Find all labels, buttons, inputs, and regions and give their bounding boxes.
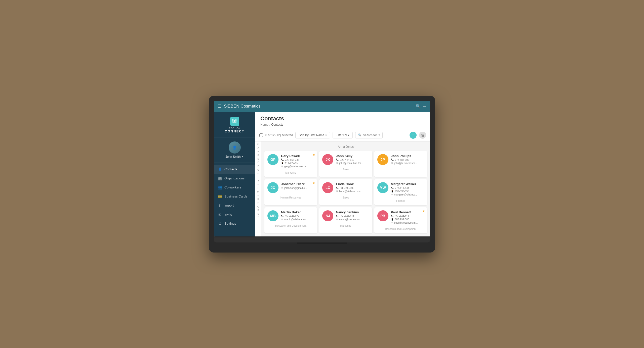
contact-name: Nancy Jenkins: [336, 210, 369, 214]
contact-phone2: 📱 999-333-555: [391, 190, 424, 193]
building-icon: 🏢: [218, 176, 222, 180]
logo-brand: POBUCA: [229, 127, 240, 129]
contact-phone1: 📞 222-555-333: [281, 159, 314, 161]
phone-icon: 📞: [391, 215, 394, 217]
sidebar-item-contacts[interactable]: 👤 Contacts: [214, 165, 255, 174]
alpha-n[interactable]: N: [257, 194, 259, 197]
contact-phone1: 📞 777-111-444: [391, 187, 424, 189]
search-input[interactable]: [363, 133, 380, 137]
contact-name: John Kelly: [336, 154, 369, 158]
svg-rect-2: [235, 119, 236, 122]
sort-button[interactable]: Sort By First Name ▾: [295, 132, 330, 138]
contact-name: Martin Baker: [281, 210, 314, 214]
search-icon: 🔍: [358, 133, 361, 137]
avatar: 👤: [229, 141, 241, 154]
sidebar-item-business-cards[interactable]: 💳 Business Cards: [214, 192, 255, 201]
email-icon: ✉: [391, 193, 393, 196]
delete-button[interactable]: 🗑: [419, 132, 426, 139]
favorite-star[interactable]: ★: [312, 181, 315, 185]
alpha-c[interactable]: C: [257, 153, 259, 157]
alpha-o[interactable]: O: [257, 197, 259, 201]
alpha-all[interactable]: All: [257, 142, 259, 146]
alpha-p[interactable]: P: [257, 201, 259, 205]
phone-icon: 📞: [336, 159, 339, 161]
minimize-icon[interactable]: —: [423, 105, 426, 108]
phone-icon: 📞: [391, 187, 394, 189]
contact-email: ✉ margaret@siebnco...: [391, 193, 424, 196]
alpha-r[interactable]: R: [257, 208, 259, 212]
breadcrumb-home[interactable]: Home: [260, 123, 268, 126]
alpha-f[interactable]: F: [258, 164, 259, 168]
contact-email: ✉ john@businessser...: [391, 162, 424, 165]
contact-name: Gary Powell: [281, 154, 314, 158]
alpha-m[interactable]: M: [257, 190, 259, 194]
alpha-t[interactable]: T: [258, 216, 259, 219]
contact-card-paul-bennett[interactable]: ★ PB Paul Bennett 📞 555-444-111: [374, 207, 427, 233]
contact-name: Margaret Walker: [391, 182, 424, 186]
contact-info: John Kelly 📞 222-444-112 ✉ john@consulta…: [336, 154, 369, 165]
contact-dept: Human Resources: [267, 196, 314, 199]
logo-icon: [230, 117, 239, 126]
search-box[interactable]: 🔍: [355, 132, 383, 138]
alpha-i[interactable]: I: [258, 175, 259, 179]
contact-info: Margaret Walker 📞 777-111-444 📱 999-333-…: [391, 182, 424, 196]
alpha-e[interactable]: E: [257, 161, 259, 164]
contacts-row-2: ★ JC Jonathan Clark... ✉ jclarkson@gmail…: [264, 179, 427, 205]
contact-card-margaret-walker[interactable]: MW Margaret Walker 📞 777-111-444: [374, 179, 427, 205]
favorite-star[interactable]: ★: [422, 209, 425, 213]
contact-card-linda-cook[interactable]: LC Linda Cook 📞 888-999-000 ✉: [319, 179, 372, 205]
contact-card-john-phillips[interactable]: JP John Phillips 📞 777-888-999: [374, 151, 427, 177]
phone-icon: 📞: [391, 159, 394, 161]
contact-dept: Finance: [377, 200, 424, 202]
app-title: SiEBEN Cosmetics: [224, 104, 413, 109]
contact-dept: Marketing: [267, 171, 314, 174]
contact-email: ✉ jclarkson@gmail.c...: [281, 187, 314, 189]
email-icon: ✉: [391, 221, 393, 224]
sidebar-item-invite[interactable]: ✉ Invite: [214, 210, 255, 219]
filter-button[interactable]: Filter By ▾: [333, 132, 353, 138]
alpha-k[interactable]: K: [257, 183, 259, 186]
favorite-star[interactable]: ★: [312, 153, 315, 157]
search-icon[interactable]: 🔍: [416, 104, 421, 109]
alpha-l[interactable]: L: [258, 186, 259, 190]
contact-name: Jonathan Clark...: [281, 182, 314, 186]
email-icon: ✉: [336, 218, 338, 221]
contact-card-jonathan-clark[interactable]: ★ JC Jonathan Clark... ✉ jclarkson@gmail…: [264, 179, 317, 205]
sidebar-item-settings[interactable]: ⚙ Settings: [214, 219, 255, 228]
alpha-h[interactable]: H: [257, 172, 259, 175]
chevron-icon: ▾: [348, 133, 349, 137]
contact-info: Jonathan Clark... ✉ jclarkson@gmail.c...: [281, 182, 314, 190]
sidebar-item-coworkers[interactable]: 👥 Co-workers: [214, 183, 255, 192]
user-profile[interactable]: 👤 John Smith ▼: [214, 137, 255, 163]
alpha-b[interactable]: B: [257, 150, 259, 154]
contact-avatar: MW: [377, 182, 388, 193]
alpha-s[interactable]: S: [257, 212, 259, 216]
breadcrumb: Home / Contacts: [260, 123, 425, 126]
contact-card-nancy-jenkins[interactable]: NJ Nancy Jenkins 📞 555-444-111: [319, 207, 372, 233]
user-name[interactable]: John Smith ▼: [226, 155, 244, 159]
group-label-anna-jones: Anna Jones: [264, 144, 427, 149]
contact-card-martin-baker[interactable]: MB Martin Baker 📞 555-444-222 ✉: [264, 207, 317, 233]
alphabet-sidebar: All A B C D E F G H I J K L M N: [255, 141, 261, 236]
card-icon: 💳: [218, 194, 222, 198]
contacts-row-1: ★ GP Gary Powell 📞 222-555-333: [264, 151, 427, 177]
contact-card-gary-powell[interactable]: ★ GP Gary Powell 📞 222-555-333: [264, 151, 317, 177]
alpha-j[interactable]: J: [258, 179, 259, 183]
alpha-g[interactable]: G: [257, 168, 259, 172]
alpha-d[interactable]: D: [257, 157, 259, 161]
sidebar-item-organizations[interactable]: 🏢 Organizations: [214, 174, 255, 183]
main-content: Contacts Home / Contacts 0 of 12 (12) se…: [255, 112, 430, 236]
alpha-a[interactable]: A: [257, 146, 259, 150]
menu-icon[interactable]: ☰: [218, 104, 221, 109]
add-contact-button[interactable]: +: [410, 132, 417, 139]
logo-connect: CONNECT: [225, 129, 244, 133]
contact-card-john-kelly[interactable]: JK John Kelly 📞 222-444-112 ✉: [319, 151, 372, 177]
contact-info: Gary Powell 📞 222-555-333 📱 111-222-555: [281, 154, 314, 168]
contact-email: ✉ gary@siebencos m...: [281, 165, 314, 168]
sidebar-item-import[interactable]: ⬆ Import: [214, 201, 255, 210]
contact-email: ✉ john@consultan ter...: [336, 162, 369, 165]
select-all-checkbox[interactable]: [259, 133, 263, 137]
contact-info: Linda Cook 📞 888-999-000 ✉ linda@siebenc…: [336, 182, 369, 193]
alpha-q[interactable]: Q: [257, 205, 259, 209]
phone-icon: 📞: [336, 187, 339, 189]
